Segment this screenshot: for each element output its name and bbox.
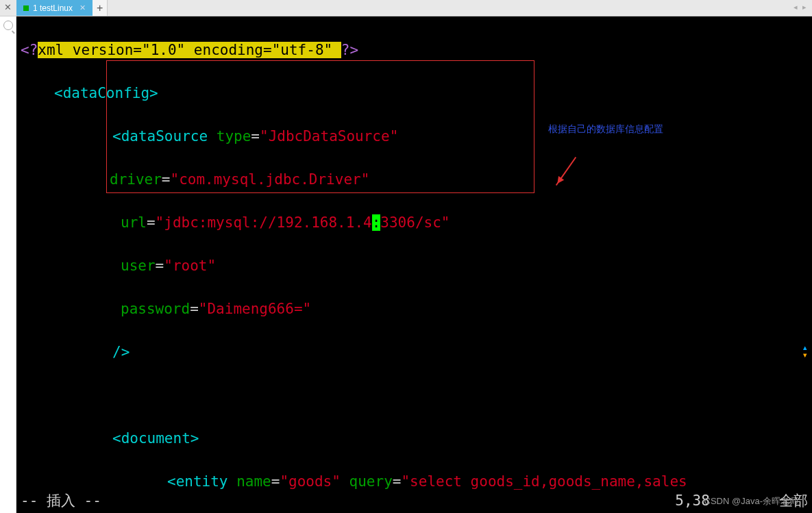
terminal-editor[interactable]: <?xml version="1.0" encoding="utf-8" ?> … [16, 16, 812, 513]
vim-status-bar: -- 插入 -- 5,38 全部 [21, 490, 808, 512]
tab-title: 1 testLinux [33, 3, 73, 13]
tab-bar: ✕ 1 testLinux ✕ + ◂ ▸ [0, 0, 812, 16]
tab-testlinux[interactable]: 1 testLinux ✕ [16, 0, 93, 16]
tab-status-dot [23, 5, 29, 11]
close-icon[interactable]: ✕ [4, 2, 14, 12]
watermark: CSDN @Java-余晖老师 [704, 495, 798, 508]
cursor: : [372, 214, 381, 231]
search-icon[interactable] [3, 21, 13, 30]
add-tab-button[interactable]: + [93, 0, 108, 16]
scroll-arrows[interactable]: ▴▾ [802, 342, 811, 358]
tab-close-icon[interactable]: ✕ [79, 3, 86, 12]
left-gutter [0, 16, 16, 513]
mode-indicator: -- 插入 -- [21, 490, 101, 512]
nav-arrows-icon[interactable]: ◂ ▸ [793, 3, 808, 12]
annotation-text: 根据自己的数据库信息配置 [548, 123, 663, 136]
